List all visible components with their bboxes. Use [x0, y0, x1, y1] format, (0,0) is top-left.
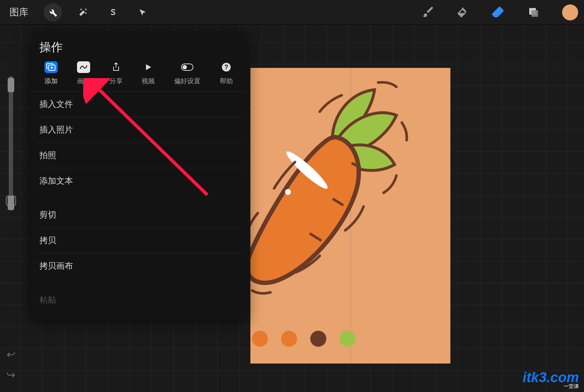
- palette-swatch-4[interactable]: [339, 331, 356, 347]
- canvas[interactable]: [250, 68, 450, 364]
- popup-title: 操作: [31, 31, 247, 61]
- tab-label: 视频: [142, 77, 155, 85]
- selection-tool[interactable]: [104, 3, 122, 22]
- undo-icon: [5, 350, 16, 359]
- tab-label: 分享: [110, 77, 123, 85]
- tab-share[interactable]: 分享: [107, 61, 125, 85]
- palette-swatch-2[interactable]: [281, 331, 297, 347]
- eraser-icon: [491, 5, 505, 20]
- s-shape-icon: [108, 8, 118, 17]
- tab-canvas[interactable]: 画布: [75, 61, 92, 85]
- watermark-text: itk3.com: [523, 370, 579, 385]
- menu-separator: [36, 278, 242, 287]
- brush-icon: [422, 6, 434, 19]
- popup-tabs: 添加 画布 分享 视频 偏好设置 ?: [31, 61, 247, 92]
- tab-label: 添加: [45, 77, 58, 85]
- menu-add-text[interactable]: 添加文本: [36, 168, 242, 193]
- menu-paste: 粘贴: [36, 287, 242, 312]
- palette-swatch-3[interactable]: [310, 331, 326, 347]
- toolbar-right-group: [422, 4, 578, 20]
- modifier-button[interactable]: [6, 196, 16, 206]
- canvas-icon: [77, 61, 90, 73]
- watermark: itk3.com 一堂课: [523, 370, 579, 390]
- toggle-icon: [181, 61, 194, 73]
- eraser-tool[interactable]: [491, 5, 505, 20]
- top-toolbar: 图库: [0, 0, 584, 25]
- menu-separator: [36, 193, 242, 202]
- left-sidebar: [0, 25, 22, 392]
- menu-copy-canvas[interactable]: 拷贝画布: [36, 253, 242, 278]
- layers-tool[interactable]: [527, 6, 540, 19]
- brush-size-handle[interactable]: [8, 78, 14, 92]
- menu-insert-file[interactable]: 插入文件: [36, 92, 242, 117]
- redo-icon: [5, 371, 16, 380]
- adjustments-tool[interactable]: [74, 3, 92, 22]
- help-icon: ?: [220, 61, 233, 73]
- menu-copy[interactable]: 拷贝: [36, 228, 242, 253]
- add-icon: [45, 61, 58, 73]
- menu-take-photo[interactable]: 拍照: [36, 143, 242, 168]
- share-icon: [110, 61, 123, 73]
- play-icon: [142, 61, 155, 73]
- undo-button[interactable]: [5, 350, 16, 361]
- tab-video[interactable]: 视频: [139, 61, 157, 85]
- tab-help[interactable]: ? 帮助: [218, 61, 235, 85]
- wand-icon: [78, 8, 88, 17]
- svg-text:?: ?: [224, 64, 228, 71]
- transform-tool[interactable]: [134, 3, 152, 22]
- svg-point-5: [182, 65, 187, 69]
- tab-add[interactable]: 添加: [42, 61, 60, 85]
- undo-redo-group: [0, 350, 22, 381]
- layers-icon: [527, 6, 540, 19]
- brush-tool[interactable]: [422, 6, 434, 19]
- color-picker[interactable]: [562, 4, 578, 20]
- wrench-icon: [48, 8, 58, 17]
- popup-menu: 插入文件 插入照片 拍照 添加文本 剪切 拷贝 拷贝画布 粘贴: [31, 92, 247, 312]
- tab-prefs[interactable]: 偏好设置: [172, 61, 203, 85]
- menu-cut[interactable]: 剪切: [36, 202, 242, 228]
- svg-point-1: [285, 189, 291, 195]
- smudge-tool[interactable]: [456, 6, 469, 19]
- menu-insert-photo[interactable]: 插入照片: [36, 117, 242, 143]
- tab-label: 偏好设置: [174, 77, 200, 85]
- palette-swatch-1[interactable]: [252, 331, 268, 347]
- actions-tool[interactable]: [44, 3, 62, 22]
- redo-button[interactable]: [5, 371, 16, 381]
- smudge-icon: [456, 6, 469, 19]
- tab-label: 画布: [77, 77, 90, 85]
- carrot-illustration: [250, 68, 450, 364]
- gallery-button[interactable]: 图库: [6, 6, 32, 19]
- toolbar-left-group: 图库: [6, 3, 152, 22]
- brush-slider-track[interactable]: [9, 76, 13, 200]
- tab-label: 帮助: [220, 77, 233, 85]
- actions-popup: 操作 添加 画布 分享 视频: [31, 31, 247, 320]
- cursor-arrow-icon: [138, 8, 147, 17]
